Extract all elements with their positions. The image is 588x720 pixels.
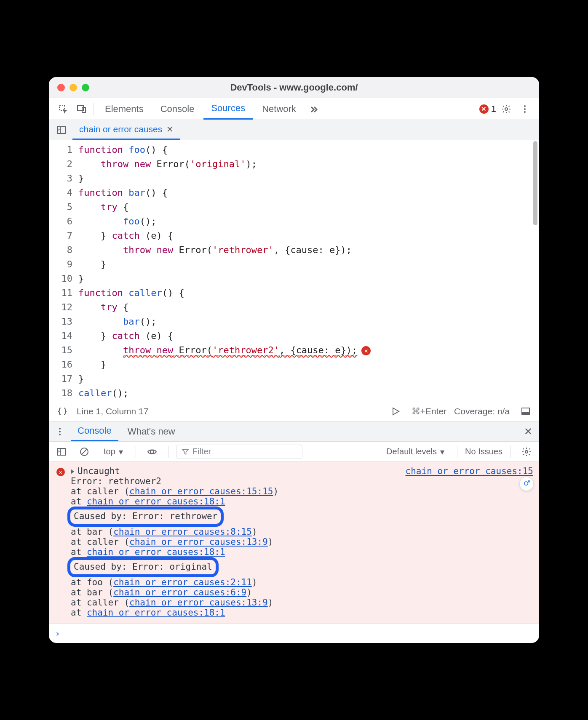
uncaught-header: ✕Uncaught xyxy=(55,466,533,476)
code-line[interactable]: foo(); xyxy=(78,214,539,229)
line-number: 14 xyxy=(49,329,72,343)
editor-statusbar: Line 1, Column 17 ⌘+Enter Coverage: n/a xyxy=(49,401,539,421)
source-link[interactable]: chain or error causes:15:15 xyxy=(129,486,273,496)
svg-point-11 xyxy=(59,431,61,432)
line-number: 12 xyxy=(49,300,72,315)
source-link[interactable]: chain or error causes:18:1 xyxy=(87,496,225,507)
code-line[interactable]: caller(); xyxy=(78,386,539,400)
settings-icon[interactable] xyxy=(498,101,515,117)
source-link[interactable]: chain or error causes:18:1 xyxy=(87,608,225,618)
close-icon[interactable] xyxy=(57,84,65,91)
error-icon: ✕ xyxy=(56,468,65,476)
pretty-print-icon[interactable] xyxy=(54,403,71,420)
code-line[interactable]: throw new Error('rethrower2', {cause: e}… xyxy=(78,343,539,357)
navigator-toggle-icon[interactable] xyxy=(53,122,70,139)
level-selector[interactable]: Default levels ▾ xyxy=(381,445,449,459)
drawer-tab-whatsnew[interactable]: What's new xyxy=(121,421,182,441)
console-sidebar-toggle-icon[interactable] xyxy=(53,443,70,460)
line-number: 13 xyxy=(49,315,72,329)
drawer-tab-console[interactable]: Console xyxy=(71,421,118,441)
line-number: 8 xyxy=(49,243,72,257)
error-count-value: 1 xyxy=(491,104,496,115)
code-line[interactable]: } xyxy=(78,357,539,372)
source-link[interactable]: chain or error causes:6:9 xyxy=(113,587,246,597)
stack-line: at caller (chain or error causes:15:15) xyxy=(55,486,533,496)
line-number: 17 xyxy=(49,372,72,386)
source-link[interactable]: chain or error causes:2:11 xyxy=(113,577,252,587)
code-line[interactable]: bar(); xyxy=(78,315,539,329)
code-line[interactable]: } xyxy=(78,272,539,286)
source-link[interactable]: chain or error causes:13:9 xyxy=(129,537,268,547)
caused-by-highlight: Caused by: Error: original xyxy=(67,557,219,577)
expand-icon[interactable] xyxy=(71,469,74,474)
line-number: 11 xyxy=(49,286,72,300)
svg-point-16 xyxy=(525,451,528,453)
line-number: 6 xyxy=(49,214,72,229)
source-link[interactable]: chain or error causes:8:15 xyxy=(113,527,252,537)
svg-point-6 xyxy=(524,111,526,113)
caused-by-highlight: Caused by: Error: rethrower xyxy=(67,507,224,527)
error-count[interactable]: ✕ 1 xyxy=(479,104,496,115)
tab-console[interactable]: Console xyxy=(153,98,202,120)
svg-point-10 xyxy=(59,428,61,429)
clear-console-icon[interactable] xyxy=(76,443,93,460)
tab-elements[interactable]: Elements xyxy=(97,98,151,120)
line-gutter: 123456789101112131415161718 xyxy=(49,140,78,401)
file-tab[interactable]: chain or error causes ✕ xyxy=(72,120,180,140)
error-name: Error: rethrower2 xyxy=(55,476,533,486)
code-area[interactable]: function foo() { throw new Error('origin… xyxy=(78,140,539,401)
filter-input[interactable]: Filter xyxy=(176,445,302,459)
context-selector[interactable]: top ▾ xyxy=(99,445,128,459)
code-line[interactable]: } catch (e) { xyxy=(78,329,539,343)
line-number: 4 xyxy=(49,186,72,200)
devtools-window: DevTools - www.google.com/ Elements Cons… xyxy=(49,77,539,643)
tab-sources[interactable]: Sources xyxy=(203,98,253,120)
stack-line: at chain or error causes:18:1 xyxy=(55,496,533,507)
filter-icon xyxy=(182,448,189,456)
console-prompt[interactable]: › xyxy=(49,624,539,643)
more-tabs-icon[interactable] xyxy=(305,101,322,117)
close-icon[interactable]: ✕ xyxy=(520,423,537,440)
source-link[interactable]: chain or error causes:18:1 xyxy=(87,547,225,557)
line-number: 15 xyxy=(49,343,72,357)
dock-icon[interactable] xyxy=(517,403,534,420)
code-editor[interactable]: 123456789101112131415161718 function foo… xyxy=(49,140,539,401)
titlebar: DevTools - www.google.com/ xyxy=(49,77,539,98)
inspect-element-icon[interactable] xyxy=(55,101,72,117)
code-line[interactable]: throw new Error('rethrower', {cause: e})… xyxy=(78,243,539,257)
code-line[interactable]: } xyxy=(78,171,539,186)
source-link[interactable]: chain or error causes:13:9 xyxy=(129,597,268,608)
code-line[interactable]: function foo() { xyxy=(78,143,539,157)
maximize-icon[interactable] xyxy=(82,84,89,91)
divider xyxy=(168,446,168,458)
settings-icon[interactable] xyxy=(518,443,535,460)
level-label: Default levels xyxy=(386,447,437,456)
line-number: 1 xyxy=(49,143,72,157)
error-icon[interactable]: ✕ xyxy=(361,346,371,355)
code-line[interactable]: function bar() { xyxy=(78,186,539,200)
device-toolbar-icon[interactable] xyxy=(73,101,90,117)
line-number: 2 xyxy=(49,157,72,171)
divider xyxy=(510,446,510,458)
close-icon[interactable]: ✕ xyxy=(166,124,174,134)
issues-label[interactable]: No Issues xyxy=(465,447,502,456)
kebab-menu-icon[interactable] xyxy=(51,423,68,440)
run-icon[interactable] xyxy=(387,403,404,420)
code-line[interactable]: try { xyxy=(78,200,539,214)
code-line[interactable]: } catch (e) { xyxy=(78,229,539,243)
code-line[interactable]: try { xyxy=(78,300,539,315)
chevron-down-icon: ▾ xyxy=(119,447,123,457)
kebab-menu-icon[interactable] xyxy=(516,101,533,117)
stack-line: at bar (chain or error causes:6:9) xyxy=(55,587,533,597)
stack-line: at caller (chain or error causes:13:9) xyxy=(55,537,533,547)
minimize-icon[interactable] xyxy=(69,84,77,91)
live-expression-icon[interactable] xyxy=(144,443,160,460)
code-line[interactable]: } xyxy=(78,372,539,386)
code-line[interactable]: } xyxy=(78,257,539,272)
stack-line: at bar (chain or error causes:8:15) xyxy=(55,527,533,537)
prompt-caret: › xyxy=(55,628,60,639)
code-line[interactable]: function caller() { xyxy=(78,286,539,300)
code-line[interactable]: throw new Error('original'); xyxy=(78,157,539,171)
tab-network[interactable]: Network xyxy=(254,98,304,120)
divider xyxy=(136,446,136,458)
